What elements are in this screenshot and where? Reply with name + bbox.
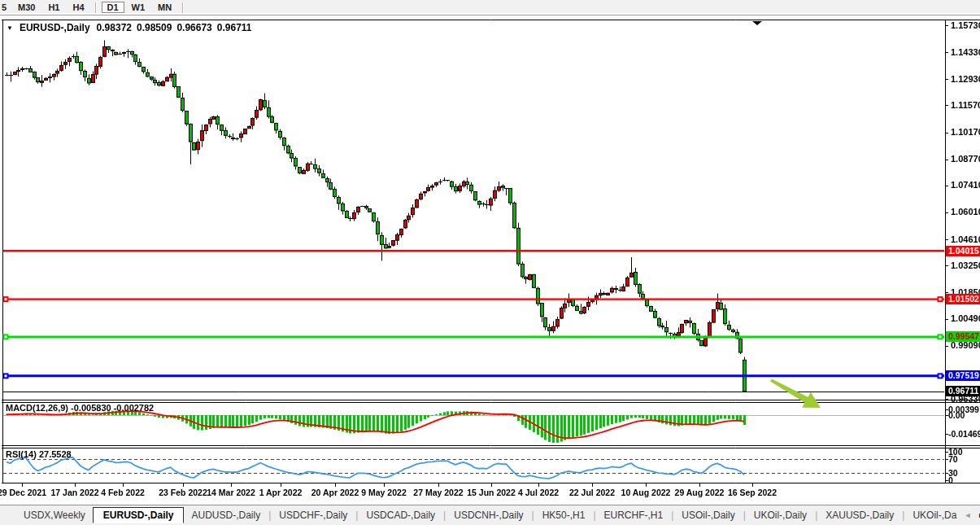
price-line-badge: 1.01502 [946,294,980,304]
symbol-tab-eurusd-daily[interactable]: EURUSD-,Daily [93,507,185,523]
price-axis-label: 1.14330 [951,48,980,57]
symbol-tab-ukoil-daily[interactable]: UKOil-,Daily [747,507,814,523]
chart-dropdown-icon[interactable]: ▼ [7,24,13,32]
price-axis-label: 1.12930 [951,75,980,84]
price-axis-label: 1.08770 [951,155,980,164]
symbol-tab-usoil-daily[interactable]: USOil-,Daily [674,507,742,523]
price-axis-label: 1.10170 [951,128,980,137]
price-axis-label: 1.06010 [951,208,980,217]
rsi-indicator-label: RSI(14) 27.5528 [6,449,72,459]
symbol-tab-xauusd-daily[interactable]: XAUUSD-,Daily [818,507,901,523]
rsi-axis-label: 0 [948,476,953,485]
price-axis-label: 1.07410 [951,181,980,190]
chart-title: ▼ EURUSD-,Daily 0.98372 0.98509 0.96673 … [7,22,252,33]
symbol-tab-ukoil-da[interactable]: UKOil-,Da [905,507,964,523]
symbol-tab-usdcnh-daily[interactable]: USDCNH-,Daily [446,507,530,523]
price-line-badge: 1.04015 [946,246,980,256]
price-axis-label: 0.99090 [951,341,980,350]
ohlc-low: 0.96673 [176,22,211,33]
macd-axis-label: -0.01469 [948,430,980,439]
symbol-tab-audusd-daily[interactable]: AUDUSD-,Daily [184,507,268,523]
ohlc-open: 0.98372 [97,22,132,33]
symbol-tab-usdcad-daily[interactable]: USDCAD-,Daily [359,507,442,523]
price-axis-label: 1.04610 [951,235,980,244]
price-axis-label: 1.03250 [951,261,980,270]
price-line-badge: 0.96711 [946,386,980,396]
price-line-badge: 0.99547 [946,331,980,342]
symbol-tab-usdx-weekly[interactable]: USDX,Weekly [16,507,93,523]
time-axis-label: 16 Sep 2022 [715,488,790,497]
symbol-tabbar: USDX,WeeklyEURUSD-,DailyAUDUSD-,Daily|US… [0,505,980,525]
price-chart-canvas[interactable] [0,0,980,525]
symbol-tab-usdchf-daily[interactable]: USDCHF-,Daily [272,507,355,523]
price-axis-label: 1.15730 [951,21,980,30]
symbol-tab-eurchf-h1[interactable]: EURCHF-,H1 [597,507,671,523]
ohlc-close: 0.96711 [217,22,252,33]
tab-scroll-arrows: ◄► [964,511,980,519]
price-axis-label: 1.11570 [951,101,980,110]
tab-scroll-left-icon[interactable]: ◄ [964,511,971,519]
rsi-axis-label: 70 [948,455,958,464]
mt4-window: 5M30H1H4D1W1MN ▼ EURUSD-,Daily 0.98372 0… [0,0,980,525]
chart-symbol-label: EURUSD-,Daily [20,22,90,33]
price-line-badge: 0.97519 [946,370,980,381]
symbol-tab-hk50-h1[interactable]: HK50-,H1 [535,507,593,523]
ohlc-high: 0.98509 [137,22,172,33]
price-axis-label: 1.00490 [951,314,980,323]
macd-indicator-label: MACD(12,26,9) -0.005830 -0.002782 [6,403,154,413]
macd-axis-label: 0.00 [948,411,965,420]
